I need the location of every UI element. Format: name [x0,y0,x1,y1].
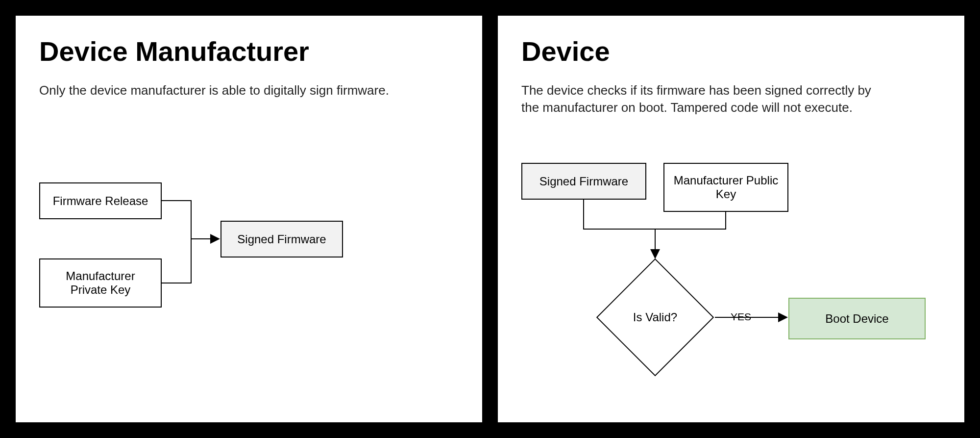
diagram-container: Device Manufacturer Only the device manu… [0,0,980,438]
panel-description: Only the device manufacturer is able to … [39,82,407,99]
edge-label-yes: YES [730,311,752,323]
decision-label: Is Valid? [633,310,677,324]
box-public-key: Manufacturer Public Key [663,163,788,212]
decision-is-valid: Is Valid? [613,276,697,359]
box-private-key: Manufacturer Private Key [39,258,162,308]
box-signed-firmware: Signed Firmware [521,163,646,200]
panel-description: The device checks if its firmware has be… [521,82,889,116]
panel-title: Device [521,35,941,67]
box-boot-device: Boot Device [788,298,926,339]
panel-device: Device The device checks if its firmware… [498,16,964,422]
panel-title: Device Manufacturer [39,35,459,67]
box-firmware-release: Firmware Release [39,182,162,219]
diagram-device: Signed Firmware Manufacturer Public Key … [521,163,953,418]
diagram-manufacturer: Firmware Release Manufacturer Private Ke… [39,182,382,354]
box-signed-firmware: Signed Firmware [220,221,343,258]
panel-manufacturer: Device Manufacturer Only the device manu… [16,16,482,422]
